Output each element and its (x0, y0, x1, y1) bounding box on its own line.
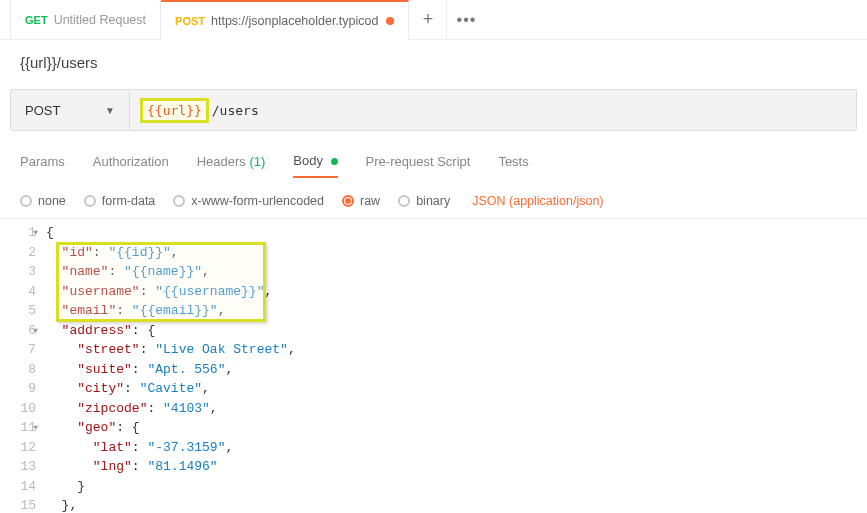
code-area[interactable]: { "id": "{{id}}", "name": "{{name}}", "u… (46, 223, 867, 513)
more-icon: ••• (457, 11, 477, 29)
code-line: "geo": { (46, 418, 867, 438)
body-editor[interactable]: 1▼23456▼7891011▼12131415161718 { "id": "… (0, 219, 867, 513)
unsaved-dot-icon (386, 17, 394, 25)
fold-marker-icon[interactable]: ▼ (33, 422, 38, 434)
chevron-down-icon: ▼ (105, 105, 115, 116)
code-line: "city": "Cavite", (46, 379, 867, 399)
code-line: }, (46, 496, 867, 513)
url-input[interactable]: {{url}} /users (130, 89, 857, 131)
radio-icon (173, 195, 185, 207)
code-line: { (46, 223, 867, 243)
code-line: "lat": "-37.3159", (46, 438, 867, 458)
request-name[interactable]: {{url}}/users (20, 54, 847, 71)
tabs-row: GET Untitled Request POST https://jsonpl… (0, 0, 867, 40)
fold-marker-icon[interactable]: ▼ (33, 227, 38, 239)
code-line: "suite": "Apt. 556", (46, 360, 867, 380)
title-bar: {{url}}/users (0, 40, 867, 89)
radio-icon (342, 195, 354, 207)
line-gutter: 1▼23456▼7891011▼12131415161718 (10, 223, 46, 513)
code-line: "lng": "81.1496" (46, 457, 867, 477)
radio-urlencoded[interactable]: x-www-form-urlencoded (173, 194, 324, 208)
tab-headers[interactable]: Headers (1) (197, 154, 266, 177)
tab-get-untitled[interactable]: GET Untitled Request (10, 0, 161, 40)
new-tab-button[interactable]: + (409, 0, 447, 40)
method-select[interactable]: POST ▼ (10, 89, 130, 131)
radio-raw[interactable]: raw (342, 194, 380, 208)
tab-params[interactable]: Params (20, 154, 65, 177)
radio-label: form-data (102, 194, 156, 208)
code-line: "username": "{{username}}", (46, 282, 867, 302)
tab-tests[interactable]: Tests (498, 154, 528, 177)
radio-binary[interactable]: binary (398, 194, 450, 208)
radio-icon (398, 195, 410, 207)
url-variable-text: {{url}} (147, 103, 202, 118)
code-line: "id": "{{id}}", (46, 243, 867, 263)
code-line: "name": "{{name}}", (46, 262, 867, 282)
code-line: "zipcode": "4103", (46, 399, 867, 419)
radio-label: none (38, 194, 66, 208)
tab-post-jsonplaceholder[interactable]: POST https://jsonplaceholder.typicod (161, 0, 409, 40)
request-subtabs: Params Authorization Headers (1) Body Pr… (0, 131, 867, 188)
code-line: "street": "Live Oak Street", (46, 340, 867, 360)
radio-label: binary (416, 194, 450, 208)
content-type-select[interactable]: JSON (application/json) (472, 194, 603, 208)
radio-icon (20, 195, 32, 207)
tab-title: Untitled Request (54, 13, 146, 27)
headers-count: (1) (249, 154, 265, 169)
radio-formdata[interactable]: form-data (84, 194, 156, 208)
url-variable-highlight: {{url}} (140, 98, 209, 123)
tab-method: POST (175, 15, 205, 27)
radio-label: raw (360, 194, 380, 208)
code-line: "email": "{{email}}", (46, 301, 867, 321)
tab-authorization[interactable]: Authorization (93, 154, 169, 177)
radio-none[interactable]: none (20, 194, 66, 208)
more-tabs-button[interactable]: ••• (447, 0, 485, 40)
fold-marker-icon[interactable]: ▼ (33, 325, 38, 337)
tab-body-label: Body (293, 153, 323, 168)
code-line: } (46, 477, 867, 497)
body-indicator-dot-icon (331, 158, 338, 165)
method-select-label: POST (25, 103, 60, 118)
tab-body[interactable]: Body (293, 153, 337, 178)
radio-icon (84, 195, 96, 207)
code-line: "address": { (46, 321, 867, 341)
tab-headers-label: Headers (197, 154, 246, 169)
tab-prerequest[interactable]: Pre-request Script (366, 154, 471, 177)
radio-label: x-www-form-urlencoded (191, 194, 324, 208)
plus-icon: + (423, 9, 434, 30)
url-rest: /users (212, 103, 259, 118)
method-url-row: POST ▼ {{url}} /users (0, 89, 867, 131)
tab-title: https://jsonplaceholder.typicod (211, 14, 378, 28)
tab-method: GET (25, 14, 48, 26)
body-type-row: none form-data x-www-form-urlencoded raw… (0, 188, 867, 219)
